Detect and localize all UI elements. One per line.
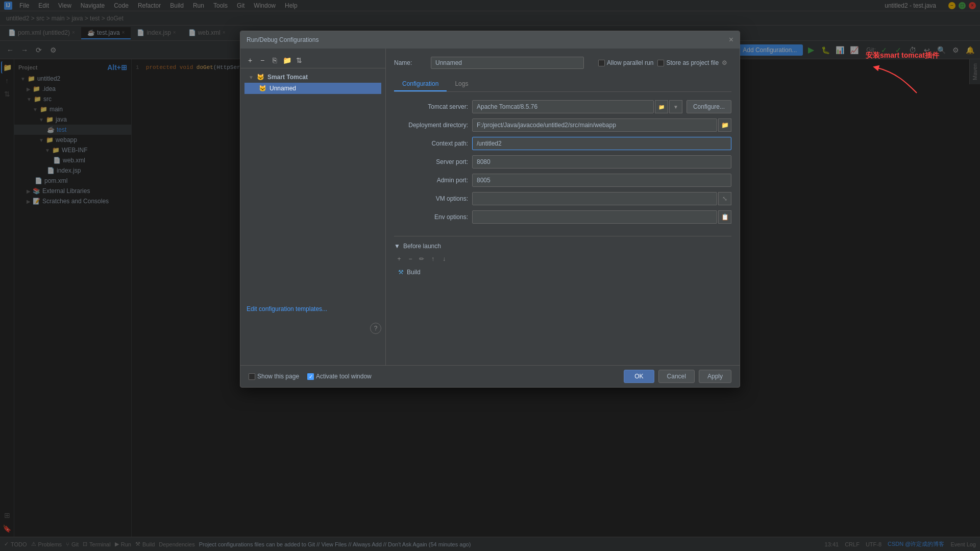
dialog-overlay: Run/Debug Configurations × + − ⎘ 📁 ⇅ ▼ 🐱…	[0, 0, 980, 551]
activate-window-checkbox[interactable]: ✓ Activate tool window	[307, 373, 372, 380]
show-page-cb[interactable]	[249, 373, 255, 380]
move-config-btn[interactable]: 📁	[281, 55, 292, 66]
server-port-label: Server port:	[394, 158, 468, 165]
dialog-title: Run/Debug Configurations	[247, 36, 318, 43]
launch-edit-btn[interactable]: ✏	[416, 254, 427, 264]
server-port-input[interactable]	[472, 155, 731, 169]
show-page-row: Show this page ✓ Activate tool window	[249, 373, 372, 380]
dialog-title-bar: Run/Debug Configurations ×	[240, 31, 740, 49]
env-options-row: Env options: 📋	[394, 210, 731, 224]
launch-up-btn[interactable]: ↑	[428, 254, 438, 264]
env-options-label: Env options:	[394, 213, 468, 221]
vm-options-input-group: ⤡	[472, 192, 731, 205]
tomcat-server-input-group: 📁 ▼	[472, 100, 682, 113]
apply-button[interactable]: Apply	[699, 370, 731, 383]
tomcat-server-label: Tomcat server:	[394, 103, 468, 110]
vm-options-label: VM options:	[394, 195, 468, 202]
launch-remove-btn[interactable]: −	[405, 254, 415, 264]
admin-port-row: Admin port:	[394, 174, 731, 187]
run-debug-dialog: Run/Debug Configurations × + − ⎘ 📁 ⇅ ▼ 🐱…	[240, 31, 740, 388]
admin-port-input[interactable]	[472, 174, 731, 187]
vm-options-row: VM options: ⤡	[394, 192, 731, 205]
tomcat-server-folder-btn[interactable]: 📁	[655, 100, 668, 113]
name-label: Name:	[394, 59, 425, 66]
server-port-row: Server port:	[394, 155, 731, 169]
deployment-dir-browse-btn[interactable]: 📁	[718, 118, 731, 132]
env-options-input[interactable]	[472, 210, 717, 224]
context-path-input[interactable]	[472, 137, 731, 150]
launch-add-btn[interactable]: +	[394, 254, 404, 264]
before-launch-section: ▼ Before launch + − ✏ ↑ ↓ ⚒ Build	[394, 236, 731, 277]
tomcat-server-dropdown-btn[interactable]: ▼	[669, 100, 682, 113]
vm-options-input[interactable]	[472, 192, 717, 205]
vm-options-expand-btn[interactable]: ⤡	[718, 192, 731, 205]
store-gear-icon: ⚙	[722, 59, 727, 66]
options-checkboxes: Allow parallel run Store as project file…	[598, 59, 727, 66]
ok-button[interactable]: OK	[624, 370, 654, 383]
tomcat-server-input[interactable]	[472, 100, 654, 113]
context-path-label: Context path:	[394, 140, 468, 147]
before-launch-header[interactable]: ▼ Before launch	[394, 243, 731, 250]
config-item-unnamed[interactable]: 🐱 Unnamed	[244, 83, 381, 94]
edit-templates-link[interactable]: Edit configuration templates...	[240, 301, 333, 317]
help-button[interactable]: ?	[370, 323, 381, 334]
show-page-checkbox[interactable]: Show this page	[249, 373, 299, 380]
config-toolbar: + − ⎘ 📁 ⇅	[240, 53, 385, 68]
context-path-row: Context path:	[394, 137, 731, 150]
dialog-body: + − ⎘ 📁 ⇅ ▼ 🐱 Smart Tomcat 🐱 Unnamed	[240, 49, 740, 365]
launch-toolbar: + − ✏ ↑ ↓	[394, 254, 731, 264]
configure-button[interactable]: Configure...	[687, 100, 731, 113]
deployment-dir-input-group: 📁	[472, 118, 731, 132]
footer-buttons: OK Cancel Apply	[624, 370, 731, 383]
launch-down-btn[interactable]: ↓	[439, 254, 449, 264]
activate-window-cb[interactable]: ✓	[307, 373, 314, 380]
allow-parallel-cb[interactable]	[598, 60, 605, 66]
config-section: ▼ 🐱 Smart Tomcat 🐱 Unnamed	[240, 70, 385, 95]
tab-configuration[interactable]: Configuration	[394, 77, 447, 91]
dialog-footer: Show this page ✓ Activate tool window OK…	[240, 365, 740, 387]
sort-config-btn[interactable]: ⇅	[293, 55, 305, 66]
name-row: Name: Allow parallel run Store as projec…	[394, 57, 731, 69]
env-options-input-group: 📋	[472, 210, 731, 224]
admin-port-label: Admin port:	[394, 177, 468, 184]
deployment-dir-input[interactable]	[472, 118, 717, 132]
tab-logs[interactable]: Logs	[447, 77, 476, 91]
name-input[interactable]	[431, 57, 584, 69]
cancel-button[interactable]: Cancel	[658, 370, 695, 383]
allow-parallel-checkbox[interactable]: Allow parallel run	[598, 59, 653, 66]
store-as-project-checkbox[interactable]: Store as project file ⚙	[657, 59, 727, 66]
deployment-dir-label: Deployment directory:	[394, 122, 468, 129]
config-detail-panel: Name: Allow parallel run Store as projec…	[386, 49, 740, 365]
deployment-dir-row: Deployment directory: 📁	[394, 118, 731, 132]
copy-config-btn[interactable]: ⎘	[269, 55, 280, 66]
store-project-cb[interactable]	[657, 60, 664, 66]
env-options-browse-btn[interactable]: 📋	[718, 210, 731, 224]
build-item: ⚒ Build	[394, 267, 731, 277]
add-config-btn[interactable]: +	[244, 55, 256, 66]
remove-config-btn[interactable]: −	[257, 55, 268, 66]
config-tree-panel: + − ⎘ 📁 ⇅ ▼ 🐱 Smart Tomcat 🐱 Unnamed	[240, 49, 386, 365]
build-icon: ⚒	[398, 269, 404, 276]
tomcat-server-row: Tomcat server: 📁 ▼ Configure...	[394, 100, 731, 113]
config-tabs: Configuration Logs	[394, 77, 731, 92]
smart-tomcat-group[interactable]: ▼ 🐱 Smart Tomcat	[244, 71, 381, 83]
dialog-close-button[interactable]: ×	[729, 35, 733, 44]
